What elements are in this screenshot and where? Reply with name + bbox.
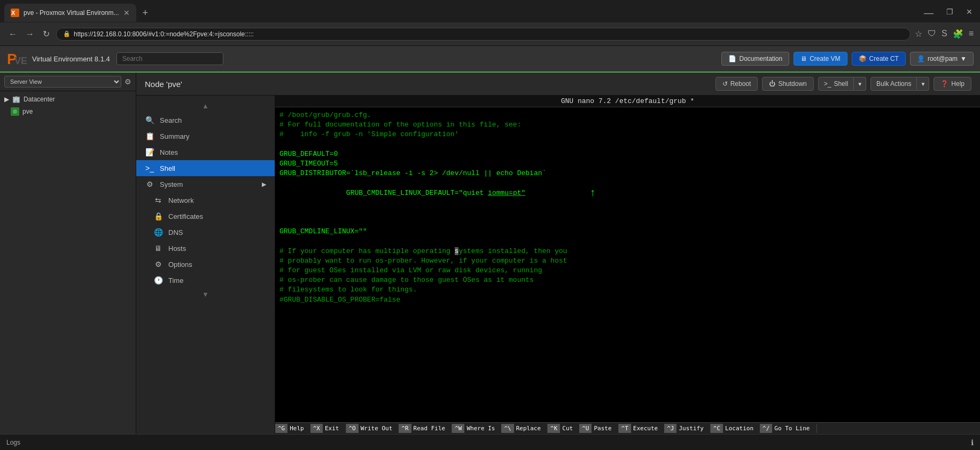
- terminal-line: # for guest OSes installed via LVM or ra…: [279, 266, 976, 275]
- documentation-button[interactable]: 📄 Documentation: [721, 52, 789, 66]
- tab-bar: X pve - Proxmox Virtual Environm... ✕ + …: [0, 0, 980, 22]
- shutdown-button[interactable]: ⏻ Shutdown: [762, 77, 813, 91]
- content-area: ▲ 🔍 Search 📋 Summary 📝 Notes >_: [136, 96, 980, 434]
- datacenter-expand-icon: ▶: [4, 96, 9, 103]
- nav-item-search[interactable]: 🔍 Search: [136, 112, 275, 128]
- nav-item-network[interactable]: ⇆ Network: [136, 192, 275, 208]
- node-title: Node 'pve': [145, 80, 182, 89]
- label-justify: Justify: [676, 424, 710, 433]
- sidebar: Server View ⚙ ▶ 🏢 Datacenter pve: [0, 73, 136, 434]
- node-panel: Node 'pve' ↺ Reboot ⏻ Shutdown >_ Shell: [136, 73, 980, 434]
- system-expand-icon: ▶: [262, 181, 266, 188]
- terminal-line: # os-prober can cause damage to those gu…: [279, 275, 976, 285]
- sidebar-item-datacenter[interactable]: ▶ 🏢 Datacenter: [0, 93, 136, 105]
- hosts-nav-icon: 🖥: [153, 244, 163, 252]
- logs-label[interactable]: Logs: [6, 439, 20, 446]
- node-label: pve: [22, 108, 33, 115]
- vm-icon: 🖥: [800, 55, 807, 62]
- window-controls: — ❐ ✕: [921, 6, 976, 20]
- nav-item-hosts[interactable]: 🖥 Hosts: [136, 240, 275, 256]
- key-ctrl-o: ^O: [346, 424, 359, 433]
- notes-nav-icon: 📝: [145, 148, 154, 156]
- sidebar-gear-icon[interactable]: ⚙: [125, 77, 131, 86]
- server-view-select[interactable]: Server View: [4, 76, 121, 88]
- restore-button[interactable]: ❐: [943, 6, 956, 20]
- sidebar-top: Server View ⚙: [0, 73, 136, 91]
- status-bar: Logs ℹ: [0, 434, 980, 450]
- shell-dropdown-button[interactable]: ▼: [854, 77, 866, 91]
- node-status-icon: [11, 107, 19, 116]
- key-ctrl-u: ^U: [579, 424, 592, 433]
- tab-close-button[interactable]: ✕: [123, 9, 130, 17]
- label-execute: Execute: [631, 424, 664, 433]
- terminal-line: [279, 236, 976, 246]
- nav-item-system[interactable]: ⚙ System ▶: [136, 176, 275, 192]
- nav-scroll-down[interactable]: ▼: [136, 288, 275, 301]
- create-vm-button[interactable]: 🖥 Create VM: [794, 52, 847, 66]
- nav-bar: ← → ↻ 🔒 https://192.168.0.10:8006/#v1:0:…: [0, 22, 980, 46]
- power-icon: ⏻: [769, 80, 775, 88]
- bookmark-icon[interactable]: ☆: [915, 29, 922, 39]
- user-dropdown-icon: ▼: [960, 55, 967, 62]
- shell-button[interactable]: >_ Shell: [818, 77, 854, 91]
- user-button[interactable]: 👤 root@pam ▼: [910, 52, 974, 66]
- extensions-icon[interactable]: 🧩: [953, 29, 963, 39]
- reboot-button[interactable]: ↺ Reboot: [715, 77, 758, 91]
- key-ctrl-slash: ^/: [760, 424, 772, 433]
- key-ctrl-t: ^T: [619, 424, 631, 433]
- browser-tab[interactable]: X pve - Proxmox Virtual Environm... ✕: [4, 4, 136, 22]
- footer-group-6: ^C Location ^/ Go To Line: [711, 424, 817, 433]
- terminal-footer: ^G Help ^X Exit ^O Write Out ^R Read Fil…: [275, 422, 980, 434]
- key-ctrl-w: ^W: [452, 424, 464, 433]
- nav-item-time[interactable]: 🕐 Time: [136, 272, 275, 288]
- minimize-button[interactable]: —: [921, 6, 937, 20]
- bulk-actions-dropdown-button[interactable]: ▼: [917, 77, 929, 91]
- docs-icon: 📄: [728, 55, 736, 62]
- label-goto-line: Go To Line: [772, 424, 816, 433]
- nav-scroll-up[interactable]: ▲: [136, 100, 275, 112]
- label-where-is: Where Is: [464, 424, 501, 433]
- close-button[interactable]: ✕: [963, 6, 976, 20]
- new-tab-button[interactable]: +: [138, 5, 153, 21]
- label-write-out: Write Out: [359, 424, 399, 433]
- system-nav-icon: ⚙: [145, 180, 154, 188]
- datacenter-icon: 🏢: [12, 96, 20, 103]
- terminal-body[interactable]: # /boot/grub/grub.cfg. # For full docume…: [275, 107, 980, 422]
- forward-button[interactable]: →: [24, 27, 36, 41]
- terminal-line: GRUB_DEFAULT=0: [279, 149, 976, 159]
- nav-item-dns[interactable]: 🌐 DNS: [136, 224, 275, 240]
- ct-icon: 📦: [859, 55, 867, 62]
- create-ct-button[interactable]: 📦 Create CT: [852, 52, 906, 66]
- profile-icon[interactable]: S: [942, 29, 947, 39]
- browser-nav-icons: ☆ 🛡 S 🧩 ≡: [915, 29, 974, 39]
- address-bar[interactable]: 🔒 https://192.168.0.10:8006/#v1:0:=node%…: [56, 28, 911, 41]
- terminal-line: # If your computer has multiple operatin…: [279, 247, 976, 256]
- nav-item-options[interactable]: ⚙ Options: [136, 256, 275, 272]
- sidebar-item-pve[interactable]: pve: [0, 105, 136, 118]
- key-ctrl-k: ^K: [548, 424, 560, 433]
- nav-item-shell[interactable]: >_ Shell: [136, 160, 275, 176]
- back-button[interactable]: ←: [6, 27, 19, 41]
- help-button[interactable]: ❓ Help: [934, 77, 971, 91]
- footer-group-4: ^K Cut ^U Paste: [548, 424, 619, 433]
- nav-item-summary[interactable]: 📋 Summary: [136, 128, 275, 144]
- status-info-icon: ℹ: [971, 438, 974, 447]
- shell-button-wrapper: >_ Shell ▼: [818, 77, 866, 91]
- terminal-line: # /boot/grub/grub.cfg.: [279, 110, 976, 120]
- bulk-actions-button[interactable]: Bulk Actions: [870, 77, 917, 91]
- terminal-line: #GRUB_DISABLE_OS_PROBER=false: [279, 295, 976, 305]
- nav-item-certificates[interactable]: 🔒 Certificates: [136, 208, 275, 224]
- terminal-line: # probably want to run os-prober. Howeve…: [279, 256, 976, 266]
- terminal[interactable]: GNU nano 7.2 /etc/default/grub * # /boot…: [275, 96, 980, 434]
- nav-item-notes[interactable]: 📝 Notes: [136, 144, 275, 160]
- px-search-input[interactable]: [116, 52, 223, 65]
- label-location: Location: [723, 424, 760, 433]
- shell-nav-icon: >_: [145, 164, 154, 172]
- footer-group-5: ^T Execute ^J Justify: [619, 424, 711, 433]
- px-logo: P VE Virtual Environment 8.1.4: [6, 48, 110, 69]
- label-help: Help: [287, 424, 310, 433]
- menu-icon[interactable]: ≡: [969, 29, 974, 39]
- label-read-file: Read File: [411, 424, 452, 433]
- reload-button[interactable]: ↻: [41, 27, 52, 41]
- key-ctrl-backslash: ^\: [501, 424, 514, 433]
